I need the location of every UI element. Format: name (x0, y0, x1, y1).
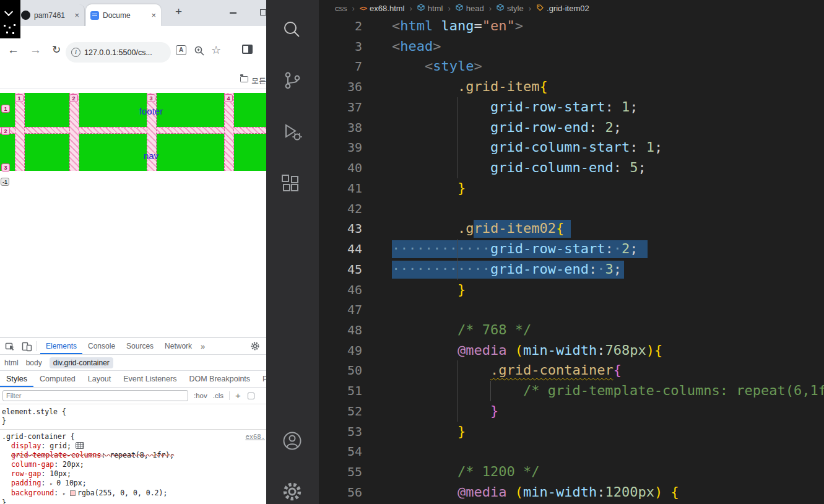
back-button[interactable]: ← (7, 44, 19, 56)
new-tab-button[interactable]: + (175, 5, 182, 19)
tab-styles[interactable]: Styles (0, 371, 33, 387)
color-swatch[interactable] (70, 490, 76, 496)
code-line[interactable]: 48 /* 768 */ (319, 320, 824, 341)
new-style-rule-button[interactable]: + (235, 392, 241, 399)
search-icon[interactable] (281, 19, 303, 41)
zoom-icon[interactable] (194, 45, 205, 59)
tab-search-chevron-icon[interactable] (6, 9, 12, 15)
inline-style-rule[interactable]: element.style { (0, 407, 266, 417)
code-line[interactable]: 50 .grid-container{ (319, 360, 824, 381)
css-property[interactable]: display: grid; (0, 441, 266, 451)
code-line[interactable]: 45············grid-row-end:·3; (319, 259, 824, 280)
line-number[interactable]: 41 (319, 178, 362, 199)
code-line[interactable]: 51 /* grid-template-columns: repeat(6,1f… (319, 381, 824, 401)
code-line[interactable]: 55 /* 1200 */ (319, 462, 824, 482)
code-line[interactable]: 46 } (319, 280, 824, 300)
line-number[interactable]: 36 (319, 77, 362, 97)
account-icon[interactable] (281, 430, 303, 452)
forward-button[interactable]: → (30, 44, 41, 56)
tab-close-icon[interactable]: × (74, 11, 80, 20)
crumb-body[interactable]: body (26, 358, 42, 367)
maximize-button[interactable] (260, 9, 266, 15)
breadcrumb-folder[interactable]: css (335, 4, 347, 13)
breadcrumb-head[interactable]: head (466, 4, 484, 13)
code-line[interactable]: 3<head> (319, 37, 824, 57)
line-number[interactable]: 51 (319, 381, 362, 401)
line-number[interactable]: 50 (319, 360, 362, 381)
line-number[interactable]: 42 (319, 199, 362, 219)
site-info-icon[interactable]: i (71, 48, 80, 57)
more-tabs-icon[interactable]: » (197, 342, 208, 351)
code-line[interactable]: 40 grid-column-end: 5; (319, 158, 824, 178)
browser-tab-pam7461[interactable]: pam7461 × (17, 4, 85, 26)
code-line[interactable]: 37 grid-row-start: 1; (319, 97, 824, 118)
line-number[interactable]: 2 (319, 16, 362, 37)
device-toolbar-icon[interactable] (22, 341, 32, 352)
code-line[interactable]: 54 (319, 441, 824, 462)
css-property[interactable]: row-gap: 10px; (0, 469, 266, 479)
code-line[interactable]: 36 .grid-item{ (319, 77, 824, 97)
devtools-settings-gear-icon[interactable] (250, 341, 260, 351)
css-rule-header[interactable]: .grid-container { ex68. (0, 432, 266, 441)
line-number[interactable]: 39 (319, 137, 362, 158)
tab-properties[interactable]: Prope (256, 371, 266, 387)
tab-event-listeners[interactable]: Event Listeners (117, 371, 183, 387)
all-bookmarks-label[interactable]: 모든 북마크 (251, 76, 266, 86)
grid-editor-badge[interactable] (76, 442, 84, 449)
line-number[interactable]: 45 (319, 259, 362, 280)
tab-computed[interactable]: Computed (33, 371, 82, 387)
code-line[interactable]: 47 (319, 300, 824, 320)
run-debug-icon[interactable] (281, 121, 303, 144)
tab-close-icon[interactable]: × (150, 11, 157, 20)
line-number[interactable]: 53 (319, 422, 362, 442)
line-number[interactable]: 7 (319, 56, 362, 77)
tab-console[interactable]: Console (82, 338, 121, 354)
source-link[interactable]: ex68. (245, 432, 266, 441)
side-panel-icon[interactable] (242, 45, 253, 54)
code-line[interactable]: 2<html lang="en"> (319, 16, 824, 37)
tab-layout[interactable]: Layout (82, 371, 118, 387)
extensions-icon[interactable] (281, 173, 303, 196)
css-property[interactable]: grid-template-columns: repeat(8, 1fr); (0, 451, 266, 460)
breadcrumb-html[interactable]: html (428, 4, 443, 13)
line-number[interactable]: 38 (319, 118, 362, 138)
breadcrumb-file[interactable]: ex68.html (370, 4, 404, 13)
expand-shorthand-icon[interactable]: ▸ (63, 490, 69, 497)
code-line[interactable]: 7 <style> (319, 56, 824, 77)
browser-tab-document[interactable]: Docume × (86, 4, 161, 26)
settings-gear-icon[interactable] (281, 480, 303, 503)
source-control-icon[interactable] (281, 69, 303, 92)
breadcrumb-style[interactable]: style (507, 4, 524, 13)
code-line[interactable]: 49 @media (min-width:768px){ (319, 341, 824, 361)
code-line[interactable]: 38 grid-row-end: 2; (319, 118, 824, 138)
code-line[interactable]: 44············grid-row-start:·2; (319, 239, 824, 259)
code-line[interactable]: 39 grid-column-start: 1; (319, 137, 824, 158)
css-property[interactable]: padding: ▸ 0 10px; (0, 479, 266, 489)
crumb-grid-container[interactable]: div.grid-container (50, 357, 113, 368)
code-line[interactable]: 52 } (319, 401, 824, 422)
code-line[interactable]: 41 } (319, 178, 824, 199)
line-number[interactable]: 37 (319, 97, 362, 118)
styles-filter-input[interactable] (2, 390, 188, 401)
tab-elements[interactable]: Elements (40, 338, 82, 354)
line-number[interactable]: 3 (319, 37, 362, 57)
line-number[interactable]: 43 (319, 219, 362, 239)
line-number[interactable]: 52 (319, 401, 362, 422)
tab-network[interactable]: Network (159, 338, 197, 354)
toggle-hover-state[interactable]: :hov (194, 392, 207, 399)
line-number[interactable]: 44 (319, 239, 362, 259)
code-line[interactable]: 56 @media (min-width:1200px) { (319, 482, 824, 503)
minimize-button[interactable] (230, 12, 236, 14)
line-number[interactable]: 55 (319, 462, 362, 482)
inspect-element-icon[interactable] (5, 341, 15, 352)
line-number[interactable]: 56 (319, 482, 362, 503)
code-line[interactable]: 43 .grid-item02{ (319, 219, 824, 239)
line-number[interactable]: 46 (319, 280, 362, 300)
bookmark-star-icon[interactable]: ☆ (211, 43, 221, 57)
expand-shorthand-icon[interactable]: ▸ (50, 480, 56, 487)
translate-icon[interactable] (176, 45, 186, 55)
breadcrumb-symbol[interactable]: .grid-item02 (547, 4, 589, 13)
tab-sources[interactable]: Sources (121, 338, 159, 354)
code-line[interactable]: 42 (319, 199, 824, 219)
line-number[interactable]: 49 (319, 341, 362, 361)
